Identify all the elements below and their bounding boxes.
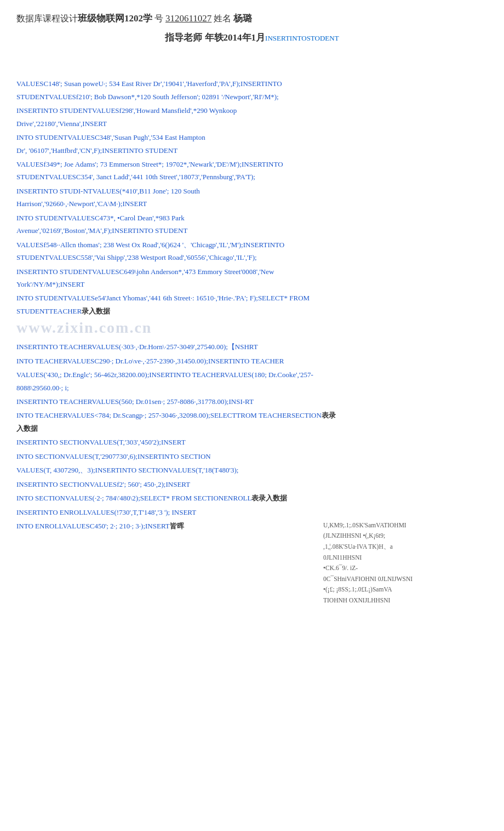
code-text: VALUESC290·; Dr.Lo\ve·,·257-2390·,31450.… xyxy=(67,357,208,365)
code-block-15: INSERTINTO SECTIONVALUES(T,'303','450'2)… xyxy=(16,436,488,448)
code-line: VALUESf349*; Joe Adams'; 73 Emmerson Str… xyxy=(16,158,488,170)
code-line: Dr', '06107','Hattfbrd','CN',F);INSERTIN… xyxy=(16,145,488,156)
code-block-16: INTO SECTIONVALUES(T,'2907730',6);INSERT… xyxy=(16,451,488,462)
header-prefix: 数据库课程设计 xyxy=(16,14,78,23)
code-text: STUDENTVALUESC649\john Anderson*,'473 Em… xyxy=(58,267,274,276)
code-block-6: INTO STUDENTVALUESC473*, •Carol Dean',*9… xyxy=(16,212,488,237)
code-text: VALUES(·303·,·Dr.Horn\·257-3049',27540.0… xyxy=(91,343,227,351)
code-kw: INTO xyxy=(16,133,33,141)
code-line: STUDENTVALUESC354', 3anct Ladd','441 10t… xyxy=(16,171,488,183)
code-block-7: VALUESf548··Allcn thomas'; 238 West Ox R… xyxy=(16,239,488,264)
rp-line-4: 0JLNI1HHSNI xyxy=(323,553,488,564)
code-line: 8088\29560.00·; i; xyxy=(16,382,488,394)
section-label-section: 表录 xyxy=(322,411,336,419)
code-kw: SELECT* FROM SECTION xyxy=(140,494,224,502)
code-line: Drive','22180','Vienna',INSERT xyxy=(16,118,488,129)
code-text: VALUESf548··Allcn thomas'; 238 West Ox R… xyxy=(16,241,243,249)
code-kw: 【NSHRT xyxy=(228,343,258,351)
code-kw: STUDENT xyxy=(16,307,49,315)
header-bold: 班级物联网1202学 xyxy=(78,13,152,24)
code-line: INTO STUDENTVALUESe54'Janct Yhomas','441… xyxy=(16,292,488,304)
code-block-11: INTO TEACHERVALUESC290·; Dr.Lo\ve·,·257-… xyxy=(16,355,488,367)
code-block-21: INTO ENROLLVALUESC450'; 2·; 210·; 3·);IN… xyxy=(16,520,318,532)
header-name-label: 姓名 xyxy=(211,14,233,23)
code-line: INTO STUDENTVALUESC473*, •Carol Dean',*9… xyxy=(16,212,488,224)
code-line: INSERTINTO TEACHERVALUES(560; Dr.01sen·;… xyxy=(16,396,488,407)
code-text: Avenue','02169','Boston','MA',F); xyxy=(16,226,112,235)
code-kw: INSERTINTO xyxy=(242,160,283,168)
header-section: 数据库课程设计班级物联网1202学 号 3120611027 姓名 杨璐 指导老… xyxy=(16,11,488,45)
code-block-14: INTO TEACHERVALUES<784; Dr.Scangp·; 257-… xyxy=(16,409,488,434)
code-line: INSERTINTO STUDENTVALUESC649\john Anders… xyxy=(16,266,488,277)
code-line: 入数据 xyxy=(16,423,488,434)
code-text: STUDENTVALUESC473*, •Carol Dean',*983 Pa… xyxy=(33,214,185,222)
code-text: Harrison','92660·,·Newport','CA\M·); xyxy=(16,200,123,208)
code-line: INTO TEACHERVALUES<784; Dr.Scangp·; 257-… xyxy=(16,409,488,421)
code-line: INSERTINTO STUDENTVALUESf298','Howard Ma… xyxy=(16,105,488,116)
code-line: Harrison','92660·,·Newport','CA\M·);INSE… xyxy=(16,198,488,209)
rp-line-6: 0C¯SHniVAFIOHNI 0JLNIJWSNI xyxy=(323,574,488,585)
code-text: VALUES(T,'303','450'2); xyxy=(90,438,161,446)
code-text: STUDENTVALUESC558','Vai Shipp','238 West… xyxy=(16,253,257,261)
code-line: INTO SECTIONVALUES(T,'2907730',6);INSERT… xyxy=(16,451,488,462)
header-teacher: 指导老师 年轶 xyxy=(165,32,223,43)
code-text: VALUES('430,; Dr.Englc'; 56-462r,38200.0… xyxy=(16,371,149,379)
code-kw: INTO TEACHER xyxy=(16,411,67,419)
right-panel: U,KM9;.1;.0SK'SamVATIOHMI (JLNZIHHSNI •(… xyxy=(318,520,488,606)
rp-line-7: •(¡£; ¡8SS;.1;.0£L¡)SamVA xyxy=(323,584,488,595)
code-block-8: INSERTINTO STUDENTVALUESC649\john Anders… xyxy=(16,266,488,291)
code-text: STUDENTVALUESC348','Susan Pugh','534 Eas… xyxy=(33,133,205,141)
code-block-1: VALUESC148'; Susan poweU·; 534 East Rive… xyxy=(16,78,488,103)
watermark-text: www.zixin.com.cn xyxy=(16,319,152,337)
code-line: INTO ENROLLVALUESC450'; 2·; 210·; 3·);IN… xyxy=(16,520,318,532)
code-kw: INSERTINTO TEACHER xyxy=(208,357,284,365)
code-text: VALUESC148'; Susan poweU·; 534 East Rive… xyxy=(16,79,240,88)
section-label-final: 皆晖 xyxy=(170,522,184,530)
code-text: STUDENTVALUESf210'; Bob Dawson*,*120 Sou… xyxy=(16,93,279,101)
code-kw: INSERTINTO STUDENT xyxy=(102,146,177,155)
code-text: VALUES(T,'18(T480'3); xyxy=(168,466,238,474)
code-kw: INTO xyxy=(16,214,33,222)
code-block-10: INSERTINTO TEACHERVALUES(·303·,·Dr.Horn\… xyxy=(16,341,488,352)
code-kw: INSERTINTO TEACHER xyxy=(149,371,224,379)
right-panel-content: U,KM9;.1;.0SK'SamVATIOHMI (JLNZIHHSNI •(… xyxy=(323,520,488,606)
code-kw: INSERT xyxy=(161,438,186,446)
code-text: VALUESC450'; 2·; 210·; 3·); xyxy=(62,522,145,530)
code-line: VALUES('430,; Dr.Englc'; 56-462r,38200.0… xyxy=(16,369,488,380)
code-line: INTO TEACHERVALUESC290·; Dr.Lo\ve·,·257-… xyxy=(16,355,488,367)
code-kw: INTO xyxy=(16,294,33,302)
code-block-12: VALUES('430,; Dr.Englc'; 56-462r,38200.0… xyxy=(16,369,488,394)
code-kw: INSERTINTO TEACHER xyxy=(16,343,91,351)
code-kw: INSERTINTO STUDENT xyxy=(112,226,187,235)
last-content-left: INTO ENROLLVALUESC450'; 2·; 210·; 3·);IN… xyxy=(16,520,318,534)
code-line: INTO STUDENTVALUESC348','Susan Pugh','53… xyxy=(16,132,488,143)
rp-line-2: (JLNZIHHSNI •(,K¡6t9; xyxy=(323,531,488,542)
code-kw: INSERTINTO SECTION xyxy=(138,452,211,460)
code-block-17: VALUES(T, 4307290,、3);INSERTINTO SECTION… xyxy=(16,464,488,476)
code-line: INTO SECTIONVALUES(·2·; 784\'480\2);SELE… xyxy=(16,492,488,504)
code-kw: INSERTINTO xyxy=(16,267,58,276)
code-kw: INSERT xyxy=(165,480,190,488)
code-text: VALUESf2'; 560'; 450·,2); xyxy=(90,480,166,488)
code-text: VALUESf349*; Joe Adams'; 73 Emmerson Str… xyxy=(16,160,242,168)
code-line: VALUESf548··Allcn thomas'; 238 West Ox R… xyxy=(16,239,488,251)
code-block-4: VALUESf349*; Joe Adams'; 73 Emmerson Str… xyxy=(16,158,488,183)
code-text: Drive','22180','Vienna',INSERT xyxy=(16,119,107,128)
code-text: VALUES(·2·; 784\'480\2); xyxy=(65,494,140,502)
section-label-enroll: 表录入数据 xyxy=(251,494,287,502)
header-space: 号 xyxy=(152,14,165,23)
code-text: VALUES(!730',T,T'148','3 '); xyxy=(87,508,172,516)
code-line: VALUES(T, 4307290,、3);INSERTINTO SECTION… xyxy=(16,464,488,476)
code-block-13: INSERTINTO TEACHERVALUES(560; Dr.01sen·;… xyxy=(16,396,488,407)
watermark-area: www.zixin.com.cn xyxy=(16,319,488,341)
code-kw: INSERTINTO SECTION xyxy=(95,466,169,474)
code-line: STUDENTTEACHER录入数据 xyxy=(16,305,488,317)
code-line: INSERTINTO SECTIONVALUES(T,'303','450'2)… xyxy=(16,436,488,448)
code-block-19: INTO SECTIONVALUES(·2·; 784\'480\2);SELE… xyxy=(16,492,488,504)
code-line: York'/NY/M*);INSERT xyxy=(16,278,488,290)
code-kw: INSERT xyxy=(123,200,147,208)
code-kw: INSERTINTO TEACHER xyxy=(16,397,91,406)
code-kw: INSERT xyxy=(145,522,170,530)
content-area: VALUESC148'; Susan poweU·; 534 East Rive… xyxy=(16,78,488,606)
rp-line-3: ,1,¦.08K'SUa·IVA TK)H、a xyxy=(323,542,488,553)
